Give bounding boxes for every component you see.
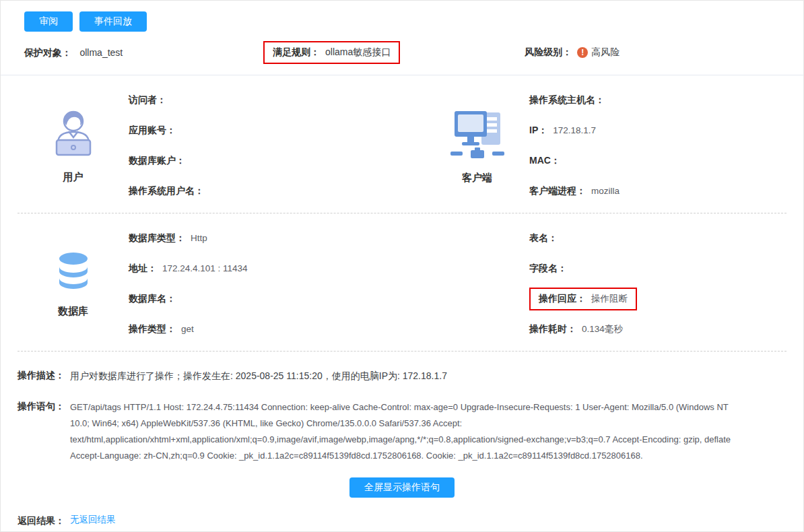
no-return-result-link[interactable]: 无返回结果 (70, 514, 116, 526)
field-label: 客户端进程： (529, 185, 586, 197)
field-row: 字段名： (529, 253, 786, 284)
return-result-label: 返回结果： (18, 514, 65, 527)
fullscreen-button-row: 全屏显示操作语句 (1, 477, 803, 498)
field-label: 操作类型： (129, 323, 176, 335)
review-button[interactable]: 审阅 (24, 11, 73, 32)
field-label: 操作回应： (539, 293, 586, 305)
field-label: 操作耗时： (529, 323, 576, 335)
field-row: 表名： (529, 223, 786, 253)
risk-label: 风险级别： (525, 46, 572, 59)
rule-value: ollama敏感接口 (325, 46, 391, 59)
user-client-section: 用户 访问者： 应用账号： 数据库账户： 操作系统用户名： (1, 75, 803, 213)
protect-object: 保护对象： ollma_test (24, 46, 263, 59)
fullscreen-statement-button[interactable]: 全屏显示操作语句 (349, 477, 455, 498)
risk-level: 风险级别： ! 高风险 (525, 46, 780, 59)
field-row: 数据库账户： (129, 145, 425, 176)
return-result-row: 返回结果： 无返回结果 (1, 514, 803, 527)
field-label: IP： (529, 125, 547, 137)
field-value: Http (191, 233, 207, 243)
field-label: 地址： (129, 263, 157, 275)
result-fields: 表名： 字段名： 操作回应： 操作阻断 操作耗时： 0.134毫秒 (529, 223, 786, 344)
operation-description-text: 用户对数据库进行了操作；操作发生在: 2025-08-25 11:15:20，使… (70, 368, 447, 383)
field-label: 数据库类型： (129, 232, 185, 244)
operation-description-row: 操作描述： 用户对数据库进行了操作；操作发生在: 2025-08-25 11:1… (1, 368, 803, 383)
event-replay-button[interactable]: 事件回放 (79, 11, 147, 32)
field-row: 地址： 172.24.4.101 : 11434 (129, 253, 425, 284)
field-label: 表名： (529, 232, 558, 244)
user-laptop-icon (48, 108, 98, 164)
field-label: 数据库名： (129, 293, 176, 305)
field-value: 172.18.1.7 (553, 125, 596, 135)
field-label: 操作系统用户名： (129, 185, 204, 197)
field-row: 数据库名： (129, 284, 425, 314)
database-section-title: 数据库 (58, 305, 88, 318)
operation-description-label: 操作描述： (18, 368, 65, 382)
operation-statement-row: 操作语句： GET/api/tags HTTP/1.1 Host: 172.24… (1, 399, 803, 464)
field-row: 操作类型： get (129, 314, 425, 344)
field-value: mozilla (591, 186, 619, 196)
response-highlight-box: 操作回应： 操作阻断 (529, 288, 637, 310)
rule-cell: 满足规则： ollama敏感接口 (263, 41, 400, 64)
field-label: 应用账号： (129, 125, 176, 137)
user-section-title: 用户 (63, 171, 83, 184)
database-block: 数据库 (18, 250, 129, 318)
database-fields: 数据库类型： Http 地址： 172.24.4.101 : 11434 数据库… (129, 223, 425, 344)
field-label: 数据库账户： (129, 155, 185, 167)
field-row: 应用账号： (129, 115, 425, 145)
field-row: 操作回应： 操作阻断 (529, 284, 786, 314)
field-value: 操作阻断 (591, 293, 628, 305)
operation-statement-label: 操作语句： (18, 399, 65, 413)
protect-object-value: ollma_test (79, 47, 123, 58)
field-row: IP： 172.18.1.7 (529, 115, 786, 145)
rule-label: 满足规则： (273, 46, 320, 59)
field-value: get (181, 324, 194, 334)
client-computer-icon (449, 107, 506, 165)
client-fields: 操作系统主机名： IP： 172.18.1.7 MAC： 客户端进程： mozi… (529, 85, 786, 206)
client-section-title: 客户端 (462, 172, 492, 185)
header-summary: 保护对象： ollma_test 满足规则： ollama敏感接口 风险级别： … (1, 32, 803, 75)
toolbar: 审阅 事件回放 (1, 1, 803, 32)
operation-statement-text: GET/api/tags HTTP/1.1 Host: 172.24.4.75:… (70, 399, 745, 464)
field-row: 访问者： (129, 85, 425, 115)
field-row: 操作耗时： 0.134毫秒 (529, 314, 786, 344)
field-label: 操作系统主机名： (529, 94, 605, 106)
risk-value: 高风险 (591, 46, 619, 59)
field-row: 客户端进程： mozilla (529, 176, 786, 206)
warning-icon: ! (577, 47, 588, 58)
field-row: 操作系统主机名： (529, 85, 786, 115)
field-value: 172.24.4.101 : 11434 (162, 263, 248, 273)
rule-highlight-box: 满足规则： ollama敏感接口 (263, 41, 400, 64)
client-block: 客户端 (425, 107, 529, 185)
event-detail-page: 审阅 事件回放 保护对象： ollma_test 满足规则： ollama敏感接… (0, 0, 804, 532)
database-section: 数据库 数据库类型： Http 地址： 172.24.4.101 : 11434… (1, 213, 803, 351)
field-label: MAC： (529, 155, 560, 167)
database-icon (52, 250, 95, 298)
field-label: 字段名： (529, 263, 567, 275)
field-row: MAC： (529, 145, 786, 176)
field-value: 0.134毫秒 (582, 323, 623, 335)
section-divider (18, 351, 786, 352)
protect-object-label: 保护对象： (24, 47, 71, 58)
field-row: 数据库类型： Http (129, 223, 425, 253)
field-label: 访问者： (129, 94, 166, 106)
field-row: 操作系统用户名： (129, 176, 425, 206)
user-block: 用户 (18, 108, 129, 184)
user-fields: 访问者： 应用账号： 数据库账户： 操作系统用户名： (129, 85, 425, 206)
